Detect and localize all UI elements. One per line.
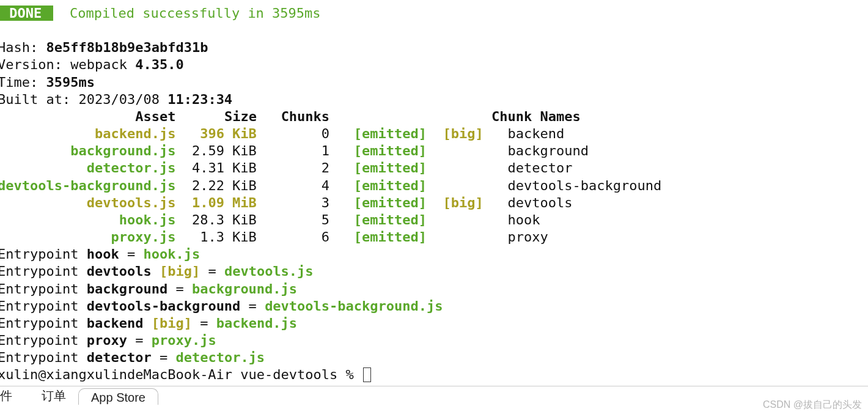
entrypoint-line: Entrypoint devtools-background = devtool… <box>0 298 868 315</box>
entrypoint-line: Entrypoint detector = detector.js <box>0 349 868 366</box>
table-row: proxy.js 1.3 KiB 6 [emitted] proxy <box>0 229 868 246</box>
table-row: hook.js 28.3 KiB 5 [emitted] hook <box>0 212 868 229</box>
entrypoint-line: Entrypoint hook = hook.js <box>0 246 868 263</box>
compile-message: Compiled successfully in 3595ms <box>70 6 321 21</box>
time-line: Time: 3595ms <box>0 74 868 91</box>
table-header: Asset Size Chunks Chunk Names <box>0 108 868 125</box>
bottom-bar: 件 订单 App Store <box>0 386 868 405</box>
table-row: devtools.js 1.09 MiB 3 [emitted] [big] d… <box>0 194 868 212</box>
table-row: detector.js 4.31 KiB 2 [emitted] detecto… <box>0 160 868 177</box>
prompt-line[interactable]: xulin@xiangxulindeMacBook-Air vue-devtoo… <box>0 366 868 383</box>
built-at-line: Built at: 2023/03/08 11:23:34 <box>0 91 868 108</box>
version-line: Version: webpack 4.35.0 <box>0 56 868 73</box>
watermark: CSDN @拔自己的头发 <box>763 399 862 405</box>
status-line: DONE Compiled successfully in 3595ms <box>0 5 868 22</box>
table-row: devtools-background.js 2.22 KiB 4 [emitt… <box>0 177 868 194</box>
bottom-fragment-1: 件 <box>0 388 17 404</box>
entrypoint-line: Entrypoint proxy = proxy.js <box>0 332 868 349</box>
terminal-output: DONE Compiled successfully in 3595ms Has… <box>0 0 868 383</box>
hash-line: Hash: 8e5ff8b18b9e3abfd31b <box>0 39 868 56</box>
bottom-fragment-2: 订单 <box>42 388 66 404</box>
done-badge: DONE <box>0 6 53 21</box>
table-row: background.js 2.59 KiB 1 [emitted] backg… <box>0 142 868 160</box>
asset-table: backend.js 396 KiB 0 [emitted] [big] bac… <box>0 125 868 246</box>
entrypoints: Entrypoint hook = hook.jsEntrypoint devt… <box>0 246 868 366</box>
entrypoint-line: Entrypoint background = background.js <box>0 281 868 298</box>
entrypoint-line: Entrypoint backend [big] = backend.js <box>0 315 868 332</box>
cursor <box>363 367 371 382</box>
tab-app-store[interactable]: App Store <box>78 388 158 405</box>
entrypoint-line: Entrypoint devtools [big] = devtools.js <box>0 263 868 280</box>
table-row: backend.js 396 KiB 0 [emitted] [big] bac… <box>0 125 868 142</box>
